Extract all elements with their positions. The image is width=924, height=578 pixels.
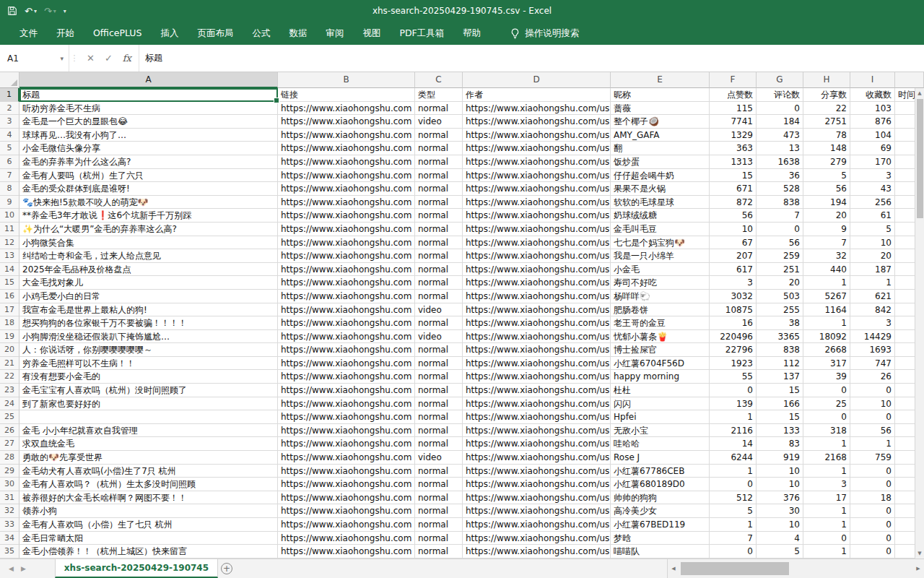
cell[interactable]: 1 [803,545,850,558]
scroll-right-icon[interactable]: ▶ [912,566,924,571]
cell[interactable]: https://www.xiaohongshu.com/us [463,169,611,183]
cell[interactable]: 3365 [757,330,803,344]
cell[interactable]: 251 [757,263,803,277]
cell[interactable]: 3032 [710,290,757,303]
cell[interactable]: https://www.xiaohongshu.com [278,142,415,155]
cell[interactable]: 3 [803,478,850,491]
cell[interactable]: 评论数 [757,88,803,102]
save-button[interactable] [7,6,17,16]
cell[interactable]: https://www.xiaohongshu.com [278,169,415,183]
cell[interactable]: 0 [757,102,803,116]
cell[interactable]: 1 [803,437,850,451]
column-header-I[interactable]: I [850,72,895,88]
cell[interactable]: 1 [803,276,850,290]
ribbon-tab-视图[interactable]: 视图 [353,22,390,45]
cell[interactable]: 勇敢的🐶先享受世界 [19,451,278,465]
cell[interactable]: 30 [757,504,803,518]
cell[interactable]: 621 [850,290,895,303]
cell[interactable]: 56 [803,182,850,196]
cell[interactable]: 7741 [710,115,757,129]
cell[interactable]: 194 [803,196,850,210]
row-header-5[interactable]: 5 [0,142,19,155]
cell[interactable]: https://www.xiaohongshu.com [278,465,415,478]
cell[interactable]: 金毛 小小年纪就喜欢自我管理 [19,424,278,438]
row-header-16[interactable]: 16 [0,290,19,303]
cell[interactable]: 小红薯67BED119 [611,518,710,532]
cell[interactable]: https://www.xiaohongshu.com [278,384,415,397]
cell[interactable]: https://www.xiaohongshu.com [278,209,415,223]
redo-button[interactable]: ↷ ▾ [44,6,56,17]
row-header-17[interactable]: 17 [0,303,19,317]
cell[interactable]: 金毛小偿领养！！（杭州上城区）快来留言 [19,545,278,558]
cell[interactable]: 876 [850,115,895,129]
row-header-24[interactable]: 24 [0,397,19,411]
cell[interactable]: normal [415,478,463,491]
cell[interactable]: 13 [757,142,803,155]
cell[interactable]: 10 [757,518,803,532]
row-header-13[interactable]: 13 [0,249,19,263]
cell[interactable]: 小狗脚滑没坐稳还假装趴下掩饰尴尬… [19,330,278,344]
cell[interactable]: https://www.xiaohongshu.com [278,290,415,303]
cell[interactable]: 67 [710,236,757,250]
cell[interactable]: 0 [850,384,895,397]
cell[interactable]: 小金毛 [611,263,710,277]
cell[interactable]: 听劝穷养金毛不生病 [19,102,278,116]
cell[interactable]: 43 [850,182,895,196]
cell[interactable]: normal [415,169,463,183]
cell[interactable]: https://www.xiaohongshu.com/us [463,397,611,411]
cell[interactable]: 0 [710,478,757,491]
cell[interactable]: https://www.xiaohongshu.com [278,303,415,317]
cell[interactable]: 0 [803,384,850,397]
row-header-19[interactable]: 19 [0,330,19,344]
cell[interactable]: normal [415,276,463,290]
cell[interactable]: https://www.xiaohongshu.com [278,437,415,451]
cell[interactable]: https://www.xiaohongshu.com [278,223,415,236]
cell[interactable]: 昵称 [611,88,710,102]
row-header-12[interactable]: 12 [0,236,19,250]
cell[interactable]: 503 [757,290,803,303]
cell[interactable]: 38 [757,316,803,330]
cell[interactable]: 大金毛找对象儿 [19,276,278,290]
cell[interactable]: 255 [757,303,803,317]
row-header-6[interactable]: 6 [0,155,19,169]
cell[interactable]: https://www.xiaohongshu.com [278,249,415,263]
cell[interactable]: 小鸡毛爱小白的日常 [19,290,278,303]
cell[interactable]: 穷养金毛照样可以不生病！！ [19,357,278,371]
cell[interactable]: normal [415,102,463,116]
cell[interactable]: 170 [850,155,895,169]
cell[interactable]: https://www.xiaohongshu.com/us [463,196,611,210]
row-header-1[interactable]: 1 [0,88,19,102]
cell[interactable]: 帅帅的狗狗 [611,491,710,505]
cell[interactable]: 类型 [415,88,463,102]
cell[interactable]: 528 [757,182,803,196]
cell[interactable]: 我宣布金毛是世界上最粘人的狗! [19,303,278,317]
cell[interactable]: 22 [803,102,850,116]
cell[interactable]: 10875 [710,303,757,317]
cell[interactable]: 1638 [757,155,803,169]
cell[interactable]: 112 [757,357,803,371]
cell[interactable]: normal [415,370,463,384]
cell[interactable]: https://www.xiaohongshu.com/us [463,424,611,438]
column-header-D[interactable]: D [463,72,611,88]
cell[interactable]: 整个椰子🥥 [611,115,710,129]
cell[interactable]: https://www.xiaohongshu.com/us [463,102,611,116]
cell[interactable]: 杨咩咩🐑 [611,290,710,303]
cell[interactable]: 收藏数 [850,88,895,102]
cell[interactable]: https://www.xiaohongshu.com [278,196,415,210]
undo-button[interactable]: ↶ ▾ [25,6,37,17]
cell[interactable]: 259 [757,249,803,263]
cell[interactable]: 747 [850,357,895,371]
cell[interactable]: 473 [757,129,803,142]
column-header-G[interactable]: G [757,72,803,88]
cell[interactable]: 链接 [278,88,415,102]
cell[interactable]: https://www.xiaohongshu.com [278,115,415,129]
cell[interactable]: 671 [710,182,757,196]
cell[interactable]: 0 [850,545,895,558]
cell[interactable]: https://www.xiaohongshu.com/us [463,249,611,263]
row-header-15[interactable]: 15 [0,276,19,290]
name-box-dropdown-icon[interactable]: ▾ [55,55,69,62]
vertical-scroll-thumb[interactable] [917,99,923,218]
cell[interactable]: 317 [803,357,850,371]
cell[interactable]: 2168 [803,451,850,465]
sheet-prev-icon[interactable]: ◀ [9,565,14,572]
